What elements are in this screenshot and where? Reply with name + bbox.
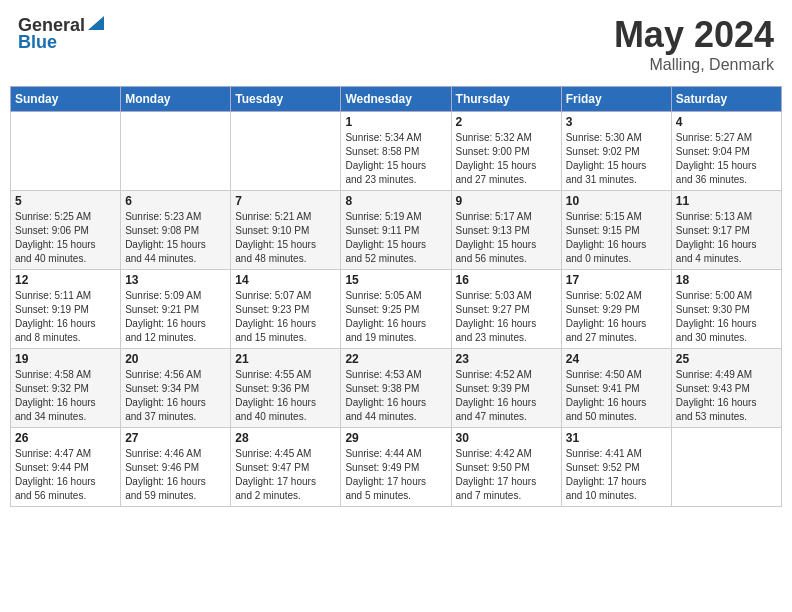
day-number: 23 — [456, 352, 557, 366]
day-number: 15 — [345, 273, 446, 287]
calendar-cell: 21Sunrise: 4:55 AM Sunset: 9:36 PM Dayli… — [231, 349, 341, 428]
header-monday: Monday — [121, 87, 231, 112]
day-info: Sunrise: 4:52 AM Sunset: 9:39 PM Dayligh… — [456, 368, 557, 424]
calendar-cell: 7Sunrise: 5:21 AM Sunset: 9:10 PM Daylig… — [231, 191, 341, 270]
day-number: 27 — [125, 431, 226, 445]
day-number: 24 — [566, 352, 667, 366]
day-info: Sunrise: 4:47 AM Sunset: 9:44 PM Dayligh… — [15, 447, 116, 503]
calendar-cell: 8Sunrise: 5:19 AM Sunset: 9:11 PM Daylig… — [341, 191, 451, 270]
calendar-cell: 26Sunrise: 4:47 AM Sunset: 9:44 PM Dayli… — [11, 428, 121, 507]
calendar-cell: 22Sunrise: 4:53 AM Sunset: 9:38 PM Dayli… — [341, 349, 451, 428]
day-info: Sunrise: 5:21 AM Sunset: 9:10 PM Dayligh… — [235, 210, 336, 266]
calendar-cell: 17Sunrise: 5:02 AM Sunset: 9:29 PM Dayli… — [561, 270, 671, 349]
logo-triangle-icon — [88, 16, 104, 36]
calendar-cell: 2Sunrise: 5:32 AM Sunset: 9:00 PM Daylig… — [451, 112, 561, 191]
header-thursday: Thursday — [451, 87, 561, 112]
day-number: 16 — [456, 273, 557, 287]
day-info: Sunrise: 4:56 AM Sunset: 9:34 PM Dayligh… — [125, 368, 226, 424]
day-info: Sunrise: 5:27 AM Sunset: 9:04 PM Dayligh… — [676, 131, 777, 187]
day-info: Sunrise: 5:13 AM Sunset: 9:17 PM Dayligh… — [676, 210, 777, 266]
day-number: 13 — [125, 273, 226, 287]
svg-marker-0 — [88, 16, 104, 30]
calendar-cell: 19Sunrise: 4:58 AM Sunset: 9:32 PM Dayli… — [11, 349, 121, 428]
calendar-table: Sunday Monday Tuesday Wednesday Thursday… — [10, 86, 782, 507]
day-number: 19 — [15, 352, 116, 366]
day-number: 7 — [235, 194, 336, 208]
day-number: 12 — [15, 273, 116, 287]
logo-blue-text: Blue — [18, 32, 57, 53]
calendar-cell — [671, 428, 781, 507]
day-number: 6 — [125, 194, 226, 208]
calendar-cell: 12Sunrise: 5:11 AM Sunset: 9:19 PM Dayli… — [11, 270, 121, 349]
calendar-title: May 2024 — [614, 14, 774, 56]
day-number: 28 — [235, 431, 336, 445]
calendar-location: Malling, Denmark — [614, 56, 774, 74]
day-info: Sunrise: 4:41 AM Sunset: 9:52 PM Dayligh… — [566, 447, 667, 503]
calendar-cell: 3Sunrise: 5:30 AM Sunset: 9:02 PM Daylig… — [561, 112, 671, 191]
calendar-cell: 25Sunrise: 4:49 AM Sunset: 9:43 PM Dayli… — [671, 349, 781, 428]
day-number: 5 — [15, 194, 116, 208]
calendar-cell: 15Sunrise: 5:05 AM Sunset: 9:25 PM Dayli… — [341, 270, 451, 349]
logo: General Blue — [18, 14, 104, 53]
calendar-cell: 9Sunrise: 5:17 AM Sunset: 9:13 PM Daylig… — [451, 191, 561, 270]
day-info: Sunrise: 4:58 AM Sunset: 9:32 PM Dayligh… — [15, 368, 116, 424]
calendar-cell: 18Sunrise: 5:00 AM Sunset: 9:30 PM Dayli… — [671, 270, 781, 349]
day-number: 3 — [566, 115, 667, 129]
calendar-week-row: 5Sunrise: 5:25 AM Sunset: 9:06 PM Daylig… — [11, 191, 782, 270]
day-info: Sunrise: 5:23 AM Sunset: 9:08 PM Dayligh… — [125, 210, 226, 266]
calendar-cell: 5Sunrise: 5:25 AM Sunset: 9:06 PM Daylig… — [11, 191, 121, 270]
day-number: 17 — [566, 273, 667, 287]
header-sunday: Sunday — [11, 87, 121, 112]
day-info: Sunrise: 5:07 AM Sunset: 9:23 PM Dayligh… — [235, 289, 336, 345]
day-info: Sunrise: 4:50 AM Sunset: 9:41 PM Dayligh… — [566, 368, 667, 424]
calendar-cell: 27Sunrise: 4:46 AM Sunset: 9:46 PM Dayli… — [121, 428, 231, 507]
calendar-cell: 14Sunrise: 5:07 AM Sunset: 9:23 PM Dayli… — [231, 270, 341, 349]
calendar-cell — [121, 112, 231, 191]
calendar-week-row: 1Sunrise: 5:34 AM Sunset: 8:58 PM Daylig… — [11, 112, 782, 191]
day-number: 1 — [345, 115, 446, 129]
calendar-cell — [231, 112, 341, 191]
title-block: May 2024 Malling, Denmark — [614, 14, 774, 74]
weekday-header-row: Sunday Monday Tuesday Wednesday Thursday… — [11, 87, 782, 112]
calendar-cell: 13Sunrise: 5:09 AM Sunset: 9:21 PM Dayli… — [121, 270, 231, 349]
header-tuesday: Tuesday — [231, 87, 341, 112]
calendar-cell: 4Sunrise: 5:27 AM Sunset: 9:04 PM Daylig… — [671, 112, 781, 191]
day-number: 31 — [566, 431, 667, 445]
calendar-cell: 16Sunrise: 5:03 AM Sunset: 9:27 PM Dayli… — [451, 270, 561, 349]
day-info: Sunrise: 4:49 AM Sunset: 9:43 PM Dayligh… — [676, 368, 777, 424]
day-info: Sunrise: 5:25 AM Sunset: 9:06 PM Dayligh… — [15, 210, 116, 266]
calendar-cell: 10Sunrise: 5:15 AM Sunset: 9:15 PM Dayli… — [561, 191, 671, 270]
day-number: 29 — [345, 431, 446, 445]
calendar-week-row: 12Sunrise: 5:11 AM Sunset: 9:19 PM Dayli… — [11, 270, 782, 349]
day-number: 18 — [676, 273, 777, 287]
day-info: Sunrise: 5:03 AM Sunset: 9:27 PM Dayligh… — [456, 289, 557, 345]
calendar-week-row: 26Sunrise: 4:47 AM Sunset: 9:44 PM Dayli… — [11, 428, 782, 507]
day-info: Sunrise: 5:02 AM Sunset: 9:29 PM Dayligh… — [566, 289, 667, 345]
day-info: Sunrise: 5:34 AM Sunset: 8:58 PM Dayligh… — [345, 131, 446, 187]
day-info: Sunrise: 5:15 AM Sunset: 9:15 PM Dayligh… — [566, 210, 667, 266]
day-info: Sunrise: 4:42 AM Sunset: 9:50 PM Dayligh… — [456, 447, 557, 503]
day-number: 25 — [676, 352, 777, 366]
calendar-cell: 1Sunrise: 5:34 AM Sunset: 8:58 PM Daylig… — [341, 112, 451, 191]
day-info: Sunrise: 5:11 AM Sunset: 9:19 PM Dayligh… — [15, 289, 116, 345]
day-number: 10 — [566, 194, 667, 208]
day-number: 4 — [676, 115, 777, 129]
day-number: 22 — [345, 352, 446, 366]
day-number: 30 — [456, 431, 557, 445]
header-saturday: Saturday — [671, 87, 781, 112]
day-info: Sunrise: 5:19 AM Sunset: 9:11 PM Dayligh… — [345, 210, 446, 266]
day-info: Sunrise: 4:46 AM Sunset: 9:46 PM Dayligh… — [125, 447, 226, 503]
calendar-cell: 30Sunrise: 4:42 AM Sunset: 9:50 PM Dayli… — [451, 428, 561, 507]
calendar-cell — [11, 112, 121, 191]
header-wednesday: Wednesday — [341, 87, 451, 112]
day-number: 26 — [15, 431, 116, 445]
day-info: Sunrise: 5:32 AM Sunset: 9:00 PM Dayligh… — [456, 131, 557, 187]
day-number: 21 — [235, 352, 336, 366]
calendar-cell: 11Sunrise: 5:13 AM Sunset: 9:17 PM Dayli… — [671, 191, 781, 270]
calendar-cell: 29Sunrise: 4:44 AM Sunset: 9:49 PM Dayli… — [341, 428, 451, 507]
day-number: 11 — [676, 194, 777, 208]
calendar-cell: 20Sunrise: 4:56 AM Sunset: 9:34 PM Dayli… — [121, 349, 231, 428]
day-info: Sunrise: 5:00 AM Sunset: 9:30 PM Dayligh… — [676, 289, 777, 345]
day-info: Sunrise: 4:53 AM Sunset: 9:38 PM Dayligh… — [345, 368, 446, 424]
day-info: Sunrise: 5:30 AM Sunset: 9:02 PM Dayligh… — [566, 131, 667, 187]
